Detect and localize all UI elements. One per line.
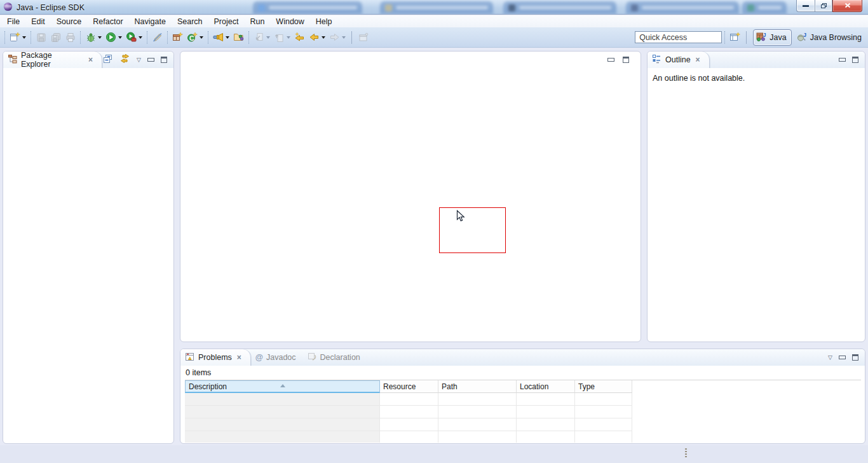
- link-with-editor-button[interactable]: [119, 53, 130, 66]
- toolbar-separator: [31, 31, 31, 44]
- new-dropdown-arrow[interactable]: [22, 36, 26, 41]
- back-dropdown-arrow[interactable]: [322, 36, 325, 41]
- column-header-type[interactable]: Type: [575, 380, 632, 393]
- tab-problems[interactable]: Problems ×: [180, 349, 251, 366]
- perspective-java-button[interactable]: J Java: [753, 29, 791, 46]
- save-all-button[interactable]: [48, 30, 63, 45]
- back-button[interactable]: [307, 30, 322, 45]
- java-perspective-icon: J: [756, 31, 767, 44]
- minimize-view-icon[interactable]: [839, 356, 846, 359]
- view-menu-icon[interactable]: ▽: [828, 355, 832, 361]
- back-to-last-edit-button[interactable]: [292, 30, 307, 45]
- minimize-view-icon[interactable]: [839, 58, 846, 62]
- toolbar-separator: [80, 31, 81, 44]
- ghost-browser-tab: [742, 1, 787, 14]
- new-class-dropdown-arrow[interactable]: [200, 36, 203, 41]
- menu-refactor[interactable]: Refactor: [87, 16, 128, 27]
- tab-label: Javadoc: [266, 353, 296, 362]
- column-header-location[interactable]: Location: [517, 380, 575, 393]
- forward-dropdown-arrow[interactable]: [342, 36, 346, 41]
- tab-javadoc[interactable]: @ Javadoc: [251, 349, 302, 366]
- toolbar-separator: [208, 31, 208, 44]
- editor-area[interactable]: [180, 51, 641, 342]
- run-dropdown-arrow[interactable]: [118, 36, 122, 41]
- tab-label: Package Explorer: [21, 51, 83, 69]
- package-explorer-header: Package Explorer × ▽: [3, 52, 173, 68]
- minimize-icon: [803, 5, 809, 7]
- search-dropdown-arrow[interactable]: [226, 36, 229, 41]
- previous-annotation-dropdown-arrow[interactable]: [287, 36, 290, 41]
- package-explorer-body[interactable]: [3, 68, 173, 443]
- menu-project[interactable]: Project: [208, 16, 245, 27]
- last-edit-location-button[interactable]: [252, 30, 266, 45]
- toolbar-separator: [724, 31, 725, 44]
- java-browsing-perspective-icon: J: [797, 31, 808, 44]
- new-wizard-button[interactable]: [8, 30, 22, 45]
- minimize-view-icon[interactable]: [607, 58, 614, 62]
- table-header-row: Description Resource Path Location Type: [185, 380, 861, 393]
- table-row: [185, 418, 861, 431]
- debug-dropdown-arrow[interactable]: [98, 36, 102, 41]
- close-window-button[interactable]: [832, 0, 862, 12]
- menu-file[interactable]: File: [1, 16, 25, 27]
- package-explorer-icon: [8, 54, 18, 66]
- new-java-project-button[interactable]: [170, 30, 185, 45]
- mouse-cursor: [456, 210, 465, 225]
- javadoc-icon: @: [255, 353, 263, 362]
- debug-button[interactable]: [83, 30, 98, 45]
- tab-outline[interactable]: Outline ×: [648, 52, 710, 68]
- menu-edit[interactable]: Edit: [25, 16, 51, 27]
- package-explorer-panel: Package Explorer × ▽: [3, 51, 174, 444]
- maximize-view-icon[interactable]: [852, 354, 858, 361]
- forward-button[interactable]: [327, 30, 342, 45]
- previous-annotation-button[interactable]: [272, 30, 287, 45]
- status-trim-drag-handle[interactable]: [685, 448, 687, 457]
- toolbar-separator: [147, 31, 147, 44]
- mark-occurrences-button[interactable]: [150, 30, 165, 45]
- external-tools-button[interactable]: [124, 30, 139, 45]
- menu-run[interactable]: Run: [244, 16, 270, 27]
- restore-window-button[interactable]: [815, 0, 832, 12]
- maximize-view-icon[interactable]: [623, 57, 629, 63]
- menu-search[interactable]: Search: [172, 16, 208, 27]
- outline-panel: Outline × An outline is not available.: [647, 51, 865, 342]
- open-task-button[interactable]: [356, 30, 370, 45]
- toolbar-separator: [746, 31, 747, 44]
- search-button[interactable]: [211, 30, 226, 45]
- menu-help[interactable]: Help: [310, 16, 338, 27]
- perspective-java-browsing-button[interactable]: J Java Browsing: [794, 30, 866, 45]
- menu-navigate[interactable]: Navigate: [129, 16, 172, 27]
- collapse-all-button[interactable]: [102, 53, 113, 66]
- view-menu-icon[interactable]: ▽: [137, 57, 141, 63]
- column-header-description[interactable]: Description: [185, 380, 380, 393]
- quick-access-input[interactable]: [635, 31, 722, 43]
- column-header-path[interactable]: Path: [438, 380, 517, 393]
- problems-table: Description Resource Path Location Type: [185, 380, 861, 443]
- tab-declaration[interactable]: Declaration: [302, 349, 367, 366]
- menu-source[interactable]: Source: [51, 16, 88, 27]
- external-tools-dropdown-arrow[interactable]: [139, 36, 142, 41]
- last-edit-dropdown-arrow[interactable]: [266, 36, 270, 41]
- problems-panel: Problems × @ Javadoc Declaration ▽ 0 ite…: [180, 349, 865, 444]
- outline-icon: [652, 54, 662, 66]
- minimize-view-icon[interactable]: [147, 58, 154, 62]
- menu-window[interactable]: Window: [270, 16, 309, 27]
- open-type-button[interactable]: [231, 30, 246, 45]
- maximize-view-icon[interactable]: [161, 57, 167, 63]
- main-toolbar: C J Java J Java Browsing: [0, 27, 868, 48]
- red-selection-rectangle: [439, 207, 506, 253]
- save-button[interactable]: [34, 30, 48, 45]
- column-header-resource[interactable]: Resource: [380, 380, 438, 393]
- minimize-window-button[interactable]: [796, 0, 815, 12]
- header-filler: [632, 380, 861, 393]
- open-perspective-button[interactable]: [728, 30, 742, 45]
- new-java-class-button[interactable]: C: [185, 30, 200, 45]
- print-button[interactable]: [63, 30, 78, 45]
- close-tab-icon[interactable]: ×: [237, 354, 241, 361]
- maximize-view-icon[interactable]: [852, 57, 858, 63]
- run-button[interactable]: [104, 30, 118, 45]
- close-tab-icon[interactable]: ×: [696, 56, 700, 64]
- tab-package-explorer[interactable]: Package Explorer ×: [3, 52, 102, 68]
- close-tab-icon[interactable]: ×: [88, 56, 93, 64]
- status-bar: [0, 445, 868, 463]
